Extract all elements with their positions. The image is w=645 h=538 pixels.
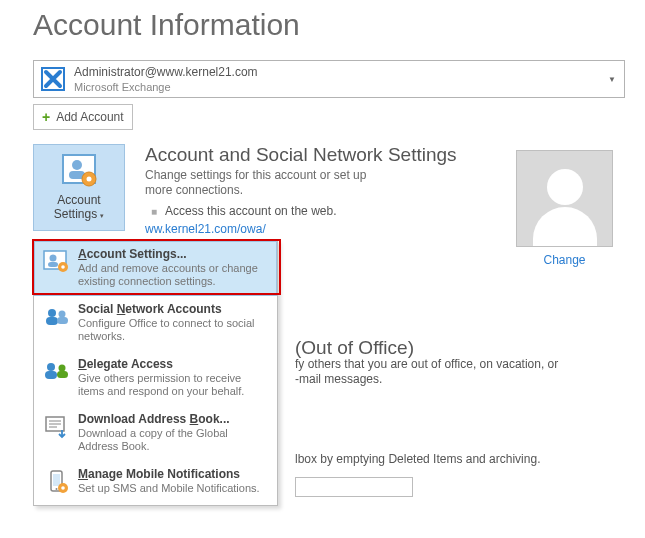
settings-button-line2: Settings bbox=[54, 207, 97, 221]
account-settings-dropdown: Account Settings... Add and remove accou… bbox=[33, 240, 278, 506]
menu-item-social-network[interactable]: Social Network Accounts Configure Office… bbox=[34, 296, 277, 351]
exchange-icon bbox=[38, 64, 68, 94]
svg-rect-12 bbox=[46, 317, 58, 325]
account-settings-dropdown-button[interactable]: Account Settings▾ bbox=[33, 144, 125, 231]
menu-item-account-settings[interactable]: Account Settings... Add and remove accou… bbox=[34, 241, 277, 296]
add-account-button[interactable]: + Add Account bbox=[33, 104, 133, 130]
svg-point-15 bbox=[47, 363, 55, 371]
svg-point-11 bbox=[48, 309, 56, 317]
svg-point-5 bbox=[87, 177, 92, 182]
svg-rect-8 bbox=[48, 262, 58, 267]
account-type: Microsoft Exchange bbox=[74, 80, 258, 94]
page-title: Account Information bbox=[33, 8, 645, 42]
bullet-icon: ■ bbox=[151, 206, 157, 217]
account-settings-icon bbox=[42, 249, 72, 277]
add-account-label: Add Account bbox=[56, 110, 123, 124]
mobile-icon bbox=[42, 469, 72, 497]
menu-item-title: Account Settings... bbox=[78, 247, 269, 261]
avatar-placeholder bbox=[516, 150, 613, 247]
textbox-fragment[interactable] bbox=[295, 477, 413, 497]
svg-point-25 bbox=[56, 488, 58, 490]
menu-item-download-address-book[interactable]: Download Address Book... Download a copy… bbox=[34, 406, 277, 461]
menu-item-title: Manage Mobile Notifications bbox=[78, 467, 260, 481]
menu-item-mobile-notifications[interactable]: Manage Mobile Notifications Set up SMS a… bbox=[34, 461, 277, 505]
menu-item-title: Social Network Accounts bbox=[78, 302, 269, 316]
svg-point-7 bbox=[50, 255, 57, 262]
ooo-title-fragment: (Out of Office) bbox=[295, 340, 635, 355]
svg-point-13 bbox=[59, 311, 66, 318]
chevron-down-icon: ▼ bbox=[608, 75, 616, 84]
ooo-line1-fragment: fy others that you are out of office, on… bbox=[295, 357, 635, 372]
access-web-text: Access this account on the web. bbox=[165, 204, 336, 218]
account-settings-icon bbox=[57, 151, 101, 191]
svg-point-17 bbox=[59, 365, 66, 372]
svg-rect-14 bbox=[57, 317, 68, 324]
svg-rect-18 bbox=[57, 371, 68, 378]
menu-item-desc: Set up SMS and Mobile Notifications. bbox=[78, 482, 260, 495]
svg-rect-24 bbox=[53, 474, 60, 486]
plus-icon: + bbox=[42, 109, 50, 125]
svg-rect-16 bbox=[45, 371, 57, 379]
settings-section-desc: Change settings for this account or set … bbox=[145, 168, 395, 198]
change-photo-link[interactable]: Change bbox=[516, 253, 613, 267]
delegate-icon bbox=[42, 359, 72, 387]
svg-point-2 bbox=[72, 160, 82, 170]
chevron-down-icon: ▾ bbox=[100, 212, 104, 219]
menu-item-desc: Give others permission to receive items … bbox=[78, 372, 269, 398]
menu-item-title: Delegate Access bbox=[78, 357, 269, 371]
settings-button-line1: Account bbox=[57, 193, 100, 207]
svg-point-27 bbox=[61, 486, 65, 490]
menu-item-desc: Add and remove accounts or change existi… bbox=[78, 262, 269, 288]
menu-item-delegate-access[interactable]: Delegate Access Give others permission t… bbox=[34, 351, 277, 406]
account-email: Administrator@www.kernel21.com bbox=[74, 65, 258, 79]
svg-point-10 bbox=[61, 265, 65, 269]
address-book-icon bbox=[42, 414, 72, 442]
menu-item-desc: Download a copy of the Global Address Bo… bbox=[78, 427, 269, 453]
people-icon bbox=[42, 304, 72, 332]
menu-item-desc: Configure Office to connect to social ne… bbox=[78, 317, 269, 343]
ooo-line2-fragment: -mail messages. bbox=[295, 372, 635, 387]
account-selector[interactable]: Administrator@www.kernel21.com Microsoft… bbox=[33, 60, 625, 98]
menu-item-title: Download Address Book... bbox=[78, 412, 269, 426]
cleanup-line-fragment: lbox by emptying Deleted Items and archi… bbox=[295, 452, 635, 467]
